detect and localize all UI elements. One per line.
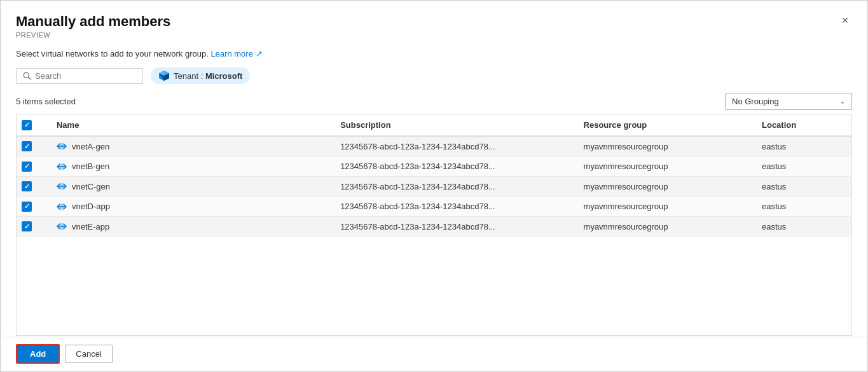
row-name-cell: vnetA-gen	[49, 136, 333, 156]
name-column-header: Name	[49, 114, 333, 136]
svg-line-1	[29, 77, 31, 79]
tenant-label: Tenant : Microsoft	[174, 71, 242, 81]
select-all-column[interactable]	[17, 114, 49, 136]
select-all-checkbox[interactable]	[22, 120, 32, 130]
row-checkbox-cell[interactable]	[17, 136, 49, 156]
learn-more-link[interactable]: Learn more ↗	[210, 49, 262, 59]
row-checkbox[interactable]	[22, 181, 32, 191]
subscription-column-header: Subscription	[333, 114, 575, 136]
vnets-table: Name Subscription Resource group Locatio…	[17, 114, 851, 237]
row-resource-group-cell: myavnmresourcegroup	[576, 136, 754, 156]
row-name-cell: vnetD-app	[49, 196, 333, 217]
manually-add-members-dialog: Manually add members PREVIEW × Select vi…	[0, 0, 868, 372]
row-name-cell: vnetE-app	[49, 216, 333, 237]
search-icon	[23, 72, 31, 80]
dialog-subtitle: PREVIEW	[16, 31, 852, 39]
toolbar-row: Tenant : Microsoft	[1, 65, 867, 89]
row-subscription-cell: 12345678-abcd-123a-1234-1234abcd78...	[333, 156, 575, 177]
vnet-icon	[57, 141, 67, 151]
close-button[interactable]: ×	[836, 11, 855, 30]
table-row: vnetE-app12345678-abcd-123a-1234-1234abc…	[17, 216, 851, 237]
row-name-text: vnetD-app	[72, 202, 110, 211]
cancel-button[interactable]: Cancel	[65, 345, 112, 363]
row-name-cell: vnetB-gen	[49, 156, 333, 177]
row-checkbox-cell[interactable]	[17, 176, 49, 196]
row-subscription-cell: 12345678-abcd-123a-1234-1234abcd78...	[333, 216, 575, 237]
chevron-down-icon: ⌄	[840, 98, 845, 105]
vnet-icon	[57, 181, 67, 191]
row-resource-group-cell: myavnmresourcegroup	[576, 156, 754, 177]
description-row: Select virtual networks to add to your n…	[1, 44, 867, 65]
row-name-cell: vnetC-gen	[49, 176, 333, 196]
dialog-header: Manually add members PREVIEW ×	[1, 1, 867, 44]
vnets-table-container: Name Subscription Resource group Locatio…	[16, 114, 852, 336]
external-link-icon: ↗	[256, 49, 263, 59]
row-checkbox-cell[interactable]	[17, 156, 49, 177]
row-subscription-cell: 12345678-abcd-123a-1234-1234abcd78...	[333, 176, 575, 196]
row-name-text: vnetC-gen	[72, 182, 110, 191]
location-column-header: Location	[754, 114, 851, 136]
table-row: vnetB-gen12345678-abcd-123a-1234-1234abc…	[17, 156, 851, 177]
row-resource-group-cell: myavnmresourcegroup	[576, 196, 754, 217]
row-location-cell: eastus	[754, 176, 851, 196]
vnet-icon	[57, 202, 67, 212]
add-button[interactable]: Add	[16, 344, 60, 364]
row-name-text: vnetE-app	[72, 222, 109, 231]
table-row: vnetC-gen12345678-abcd-123a-1234-1234abc…	[17, 176, 851, 196]
row-resource-group-cell: myavnmresourcegroup	[576, 216, 754, 237]
row-location-cell: eastus	[754, 156, 851, 177]
status-row: 5 items selected No Grouping ⌄	[1, 89, 867, 114]
table-row: vnetD-app12345678-abcd-123a-1234-1234abc…	[17, 196, 851, 217]
dialog-title: Manually add members	[16, 13, 852, 30]
row-subscription-cell: 12345678-abcd-123a-1234-1234abcd78...	[333, 196, 575, 217]
row-checkbox[interactable]	[22, 162, 32, 172]
tenant-icon	[158, 70, 170, 81]
row-location-cell: eastus	[754, 136, 851, 156]
dialog-footer: Add Cancel	[1, 336, 867, 371]
table-row: vnetA-gen12345678-abcd-123a-1234-1234abc…	[17, 136, 851, 156]
resource-group-column-header: Resource group	[576, 114, 754, 136]
table-header-row: Name Subscription Resource group Locatio…	[17, 114, 851, 136]
row-location-cell: eastus	[754, 196, 851, 217]
table-body: vnetA-gen12345678-abcd-123a-1234-1234abc…	[17, 136, 851, 237]
grouping-label: No Grouping	[732, 97, 779, 106]
row-checkbox[interactable]	[22, 221, 32, 231]
grouping-dropdown[interactable]: No Grouping ⌄	[725, 93, 852, 110]
row-name-text: vnetB-gen	[72, 162, 109, 171]
tenant-badge[interactable]: Tenant : Microsoft	[151, 67, 250, 84]
row-checkbox[interactable]	[22, 141, 32, 151]
search-input[interactable]	[35, 71, 136, 81]
vnet-icon	[57, 162, 67, 172]
description-text: Select virtual networks to add to your n…	[16, 49, 209, 59]
row-resource-group-cell: myavnmresourcegroup	[576, 176, 754, 196]
row-checkbox-cell[interactable]	[17, 216, 49, 237]
vnet-icon	[57, 221, 67, 231]
row-checkbox[interactable]	[22, 202, 32, 212]
row-location-cell: eastus	[754, 216, 851, 237]
row-name-text: vnetA-gen	[72, 142, 109, 151]
items-selected-count: 5 items selected	[16, 97, 76, 106]
search-box[interactable]	[16, 68, 143, 84]
row-subscription-cell: 12345678-abcd-123a-1234-1234abcd78...	[333, 136, 575, 156]
row-checkbox-cell[interactable]	[17, 196, 49, 217]
